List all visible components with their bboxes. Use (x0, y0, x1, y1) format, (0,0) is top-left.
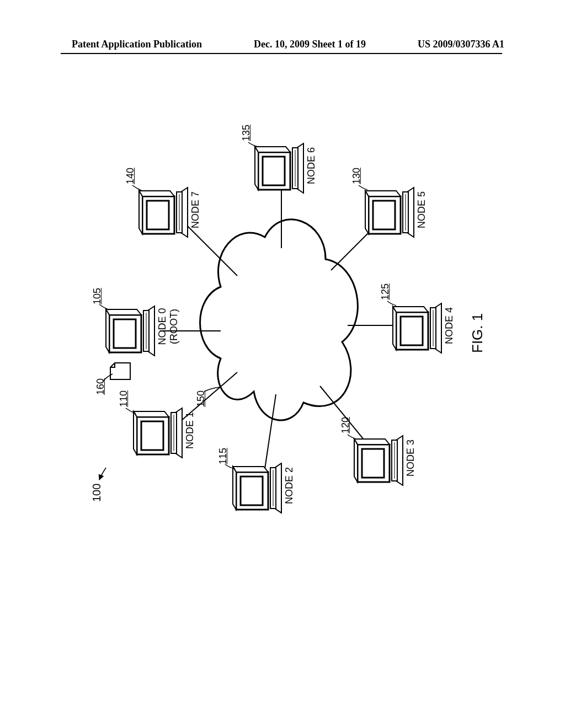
node0-line2: (ROOT) (168, 309, 179, 344)
ref-125: 125 (380, 283, 391, 300)
node0-caption: NODE 0 (ROOT) (157, 304, 180, 349)
node4-caption: NODE 4 (444, 307, 455, 344)
node5-caption: NODE 5 (416, 191, 428, 228)
figure-label: FIG. 1 (469, 313, 486, 353)
node4-terminal (393, 303, 441, 353)
ref-110: 110 (118, 390, 130, 407)
node1-terminal (134, 408, 182, 458)
node0-terminal (106, 306, 154, 356)
header-rule (61, 53, 502, 54)
node6-terminal (255, 143, 303, 193)
ref-100: 100 (90, 484, 103, 502)
node3-caption: NODE 3 (405, 440, 417, 477)
node3-terminal (354, 436, 403, 485)
page-header: Patent Application Publication Dec. 10, … (0, 39, 565, 50)
document-icon (110, 363, 130, 379)
node1-caption: NODE 1 (184, 412, 196, 449)
network-cloud (200, 220, 358, 420)
ref-160: 160 (95, 378, 106, 395)
ref-150: 150 (195, 390, 207, 407)
node6-caption: NODE 6 (306, 147, 317, 184)
ref-140: 140 (125, 168, 136, 184)
header-center: Dec. 10, 2009 Sheet 1 of 19 (254, 39, 366, 50)
node2-terminal (233, 463, 281, 513)
header-left: Patent Application Publication (72, 39, 202, 50)
node7-caption: NODE 7 (190, 191, 201, 228)
ref-105: 105 (92, 288, 103, 304)
ref-130: 130 (351, 168, 363, 184)
node5-terminal (365, 188, 414, 237)
page: { "header": { "left": "Patent Applicatio… (0, 0, 565, 728)
node7-terminal (139, 188, 188, 237)
ref-115: 115 (217, 448, 229, 464)
figure-area: 100 160 105 110 140 150 115 135 120 125 … (83, 132, 480, 529)
ref-135: 135 (241, 125, 252, 141)
ref-120: 120 (340, 417, 351, 433)
header-right: US 2009/0307336 A1 (418, 39, 504, 50)
node0-line1: NODE 0 (157, 308, 168, 345)
node2-caption: NODE 2 (284, 467, 295, 504)
